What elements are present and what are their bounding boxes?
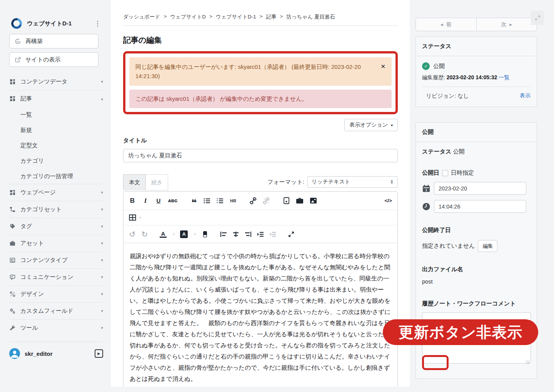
sidebar-item-tools[interactable]: ツール ▾	[9, 319, 103, 336]
align-right-button[interactable]	[245, 231, 252, 237]
avatar[interactable]	[9, 348, 20, 359]
widget-expand-icon[interactable]	[531, 11, 544, 25]
warning-text: 同じ記事を編集中のユーザーがいます: skyarc01（承認者） (最終更新日時…	[135, 63, 361, 79]
sidebar-item-label: コンテンツデータ	[20, 78, 67, 85]
breadcrumb-website-d[interactable]: ウェブサイトD	[170, 13, 206, 20]
breadcrumb-separator: >	[209, 13, 212, 20]
background-color-button[interactable]: A	[180, 230, 188, 238]
sidebar-item-label: ウェブページ	[20, 189, 56, 196]
caret-down-icon[interactable]: ˅	[194, 232, 196, 236]
articles-submenu: 一覧 新規 定型文 カテゴリ カテゴリの一括管理	[9, 107, 103, 184]
sidebar-subitem-list[interactable]: 一覧	[9, 107, 103, 122]
breadcrumb: ダッシュボード > ウェブサイトD > ウェブサイトD-1 > 記事 > 坊っち…	[123, 0, 398, 20]
indent-button[interactable]	[257, 231, 264, 237]
unpublish-date-label: 公開終了日	[422, 227, 531, 234]
source-code-button[interactable]: </>	[384, 198, 392, 204]
breadcrumb-separator: >	[164, 13, 167, 20]
concurrent-edit-warning: 同じ記事を編集中のユーザーがいます: skyarc01（承認者） (最終更新日時…	[129, 57, 392, 86]
next-label: 次	[501, 21, 506, 28]
history-note-label: 履歴ノート・ワークフローコメント	[422, 300, 531, 307]
sidebar-item-content-types[interactable]: コンテンツタイプ ▾	[9, 252, 103, 269]
next-button[interactable]: 次 ▶	[476, 18, 537, 31]
sidebar-item-articles[interactable]: 記事 ▴	[9, 90, 103, 107]
table-button[interactable]	[129, 214, 136, 221]
revision-show-link[interactable]: 表示	[520, 92, 531, 100]
resize-grip-icon[interactable]	[526, 360, 529, 364]
sidebar-item-category-sets[interactable]: カテゴリセット ▾	[9, 201, 103, 218]
insert-link-button[interactable]	[250, 197, 257, 204]
chevron-down-icon: ▾	[101, 224, 103, 229]
bullet-list-button[interactable]	[204, 198, 210, 204]
user-menu-icon[interactable]: ▶	[95, 349, 103, 358]
publish-date-input[interactable]	[434, 182, 526, 195]
tab-body[interactable]: 本文	[123, 174, 146, 190]
numbered-list-button[interactable]	[217, 198, 224, 204]
title-field-label: タイトル	[123, 137, 398, 144]
align-center-button[interactable]	[232, 231, 239, 237]
blockquote-button[interactable]: ❝	[190, 197, 197, 205]
display-options-button[interactable]: 表示オプション ▾	[344, 119, 398, 131]
output-filename-value: post	[422, 279, 531, 285]
editor-body[interactable]: 親譲おやゆずりの無鉄砲むてっぽうで小供の時から損ばかりしている。小学校に居る時分…	[123, 243, 397, 387]
history-list-link[interactable]: 一覧	[499, 74, 509, 80]
publish-time-input[interactable]	[434, 200, 526, 213]
breadcrumb-website-d1[interactable]: ウェブサイトD-1	[216, 13, 256, 20]
underline-button[interactable]: U	[155, 197, 162, 204]
prev-button[interactable]: ◀ 前	[416, 18, 476, 31]
text-color-button[interactable]: A	[160, 231, 167, 238]
outdent-button[interactable]	[269, 231, 276, 237]
sidebar-item-tags[interactable]: タグ ▾	[9, 218, 103, 235]
chevron-down-icon: ▾	[101, 79, 103, 84]
published-check-icon: ✓	[422, 62, 430, 70]
fullscreen-button[interactable]	[288, 231, 295, 237]
chevron-up-icon: ▴	[101, 96, 103, 101]
editor-toolbar-row1: B I U ABC ❝ HR </>	[123, 192, 397, 210]
view-site-button[interactable]: サイトの表示	[9, 52, 98, 67]
insert-file-button[interactable]	[283, 197, 290, 204]
sidebar-item-content-data[interactable]: コンテンツデータ ▾	[9, 73, 103, 90]
chevron-down-icon: ▾	[101, 241, 103, 246]
title-input[interactable]	[123, 149, 398, 162]
clear-format-button[interactable]	[202, 231, 209, 238]
rebuild-button[interactable]: 再構築	[9, 34, 98, 48]
kebab-menu-icon[interactable]: ⋮	[92, 20, 103, 28]
sidebar-subitem-new[interactable]: 新規	[9, 122, 103, 138]
sidebar-item-webpages[interactable]: ウェブページ ▾	[9, 184, 103, 201]
remove-link-button[interactable]	[263, 197, 270, 204]
sidebar-subitem-boilerplate[interactable]: 定型文	[9, 138, 103, 153]
caret-down-icon[interactable]: ˅	[173, 232, 175, 236]
sidebar-item-design[interactable]: デザイン ▾	[9, 285, 103, 302]
breadcrumb-dashboard[interactable]: ダッシュボード	[123, 13, 160, 20]
sidebar-item-communication[interactable]: コミュニケーション ▾	[9, 269, 103, 285]
horizontal-rule-button[interactable]: HR	[230, 199, 237, 203]
redo-button[interactable]: ↻	[141, 230, 148, 239]
chevron-down-icon: ▾	[101, 275, 103, 280]
sidebar-subitem-category-bulk[interactable]: カテゴリの一括管理	[9, 168, 103, 184]
locked-edit-alert: この記事は skyarc01（承認者） が編集中のため変更できません。	[129, 90, 392, 108]
sidebar-item-assets[interactable]: アセット ▾	[9, 235, 103, 252]
chevron-down-icon: ▾	[391, 123, 393, 127]
tab-extended[interactable]: 続き	[146, 174, 168, 190]
insert-image-button[interactable]	[310, 197, 317, 204]
rebuild-label: 再構築	[25, 38, 43, 45]
prev-arrow-icon: ◀	[441, 23, 443, 27]
insert-asset-button[interactable]	[296, 197, 304, 204]
datetime-checkbox[interactable]	[442, 170, 448, 176]
caret-down-icon[interactable]: ˅	[139, 216, 141, 220]
breadcrumb-separator: >	[280, 13, 283, 20]
sidebar-item-custom-fields[interactable]: カスタムフィールド ▾	[9, 302, 103, 319]
briefcase-icon	[9, 240, 16, 247]
align-left-button[interactable]	[220, 231, 227, 237]
strikethrough-button[interactable]: ABC	[168, 199, 177, 203]
undo-button[interactable]: ↺	[129, 230, 136, 239]
clock-icon	[422, 202, 431, 211]
sidebar-subitem-category[interactable]: カテゴリ	[9, 153, 103, 168]
italic-button[interactable]: I	[142, 197, 149, 205]
close-icon[interactable]: ✕	[380, 62, 385, 71]
publish-panel-title: 公開	[416, 123, 537, 142]
format-select[interactable]: リッチテキスト ⇕	[307, 176, 398, 188]
breadcrumb-divider	[123, 25, 398, 26]
bold-button[interactable]: B	[129, 197, 136, 205]
breadcrumb-articles[interactable]: 記事	[266, 13, 276, 20]
edit-unpublish-date-button[interactable]: 編集	[478, 240, 497, 252]
